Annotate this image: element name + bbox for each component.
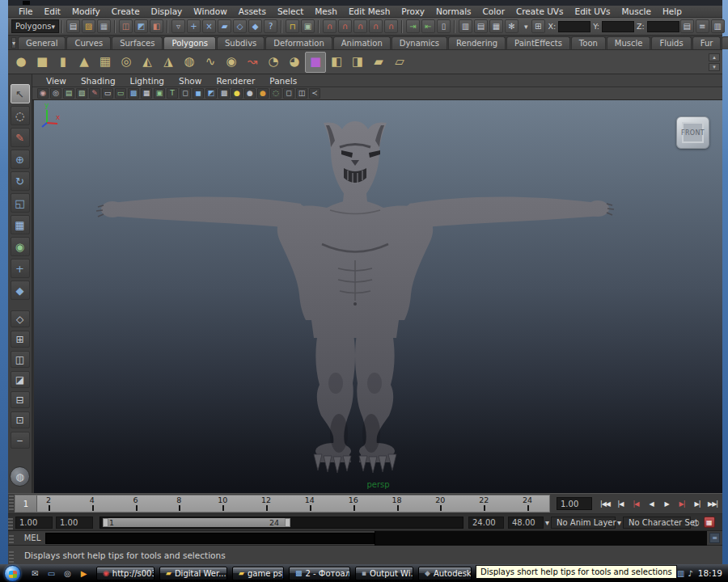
shelf-tab[interactable]: Muscle	[607, 36, 651, 49]
menu-item[interactable]: Edit	[39, 6, 66, 16]
persp-graph-layout-button[interactable]: ⊟	[11, 391, 30, 408]
channel-box-icon[interactable]: ▥	[711, 19, 725, 33]
rotate-tool[interactable]: ↻	[11, 171, 30, 191]
play-backwards-button[interactable]: ◀	[644, 496, 658, 511]
smooth-shade-icon[interactable]: ◼	[193, 88, 204, 99]
snap-to-grid-icon[interactable]: ∩	[323, 19, 336, 33]
lasso-select-tool[interactable]: ◌	[11, 106, 30, 125]
soft-modification-tool[interactable]: ◉	[11, 237, 30, 256]
animation-start-field[interactable]: 1.00	[15, 517, 53, 529]
menu-item[interactable]: Window	[188, 6, 232, 16]
poly-sphere-icon[interactable]: ●	[11, 52, 32, 73]
last-tool-used[interactable]: ◆	[11, 280, 30, 300]
show-manipulator-tool[interactable]: +	[11, 259, 30, 278]
y-input[interactable]	[602, 21, 634, 32]
select-object-icon[interactable]: ◩	[134, 19, 148, 33]
new-scene-icon[interactable]: ▤	[66, 19, 80, 33]
viewport-3d[interactable]: FRONT y x persp	[32, 100, 722, 493]
shelf-tab-menu-button[interactable]: ▾	[11, 37, 16, 48]
xray-icon[interactable]: ◻	[283, 88, 294, 99]
select-faces-mask-icon[interactable]: ▰	[218, 19, 231, 33]
poly-soccer-ball-icon[interactable]: ◉	[221, 52, 242, 73]
range-handle-right[interactable]	[285, 518, 290, 527]
combine-icon[interactable]: ▱	[389, 52, 410, 73]
current-time-field[interactable]: 1.00	[557, 497, 592, 510]
shelf-tab[interactable]: Surfaces	[112, 36, 163, 49]
toolbox-extra-icon[interactable]: ◍	[10, 466, 30, 487]
menu-item[interactable]: Display	[146, 6, 188, 16]
animation-end-field[interactable]: 48.00	[508, 517, 544, 529]
menu-item[interactable]: Create UVs	[510, 6, 569, 16]
menu-item[interactable]: Modify	[66, 6, 106, 16]
command-line-grip[interactable]	[9, 535, 14, 545]
separator[interactable]	[114, 20, 116, 33]
separator[interactable]	[401, 20, 403, 33]
z-input[interactable]	[647, 21, 679, 32]
poly-torus-icon[interactable]: ◎	[116, 52, 137, 73]
field-chart-icon[interactable]: ▦	[141, 88, 152, 99]
render-current-frame-icon[interactable]: ▤	[474, 19, 488, 33]
mask-help-icon[interactable]: ?	[264, 19, 277, 33]
crosshair-icon[interactable]: ⊞	[531, 19, 545, 33]
construction-history-icon[interactable]: ▯	[437, 19, 451, 33]
input-connections-icon[interactable]: ⇥	[406, 19, 420, 33]
select-tool[interactable]: ↖	[11, 84, 30, 103]
mask-dropdown-icon[interactable]: ▿	[171, 19, 185, 33]
shelf-scroll-up-icon[interactable]: ▴	[709, 53, 720, 61]
panel-menu-item[interactable]: Lighting	[123, 76, 171, 86]
interactive-creation-icon[interactable]: ■	[305, 52, 326, 73]
select-camera-icon[interactable]: ◉	[37, 88, 49, 99]
taskbar-clock[interactable]: 18:19	[698, 568, 722, 578]
output-connections-icon[interactable]: ⇤	[421, 19, 435, 33]
wireframe-icon[interactable]: ◻	[180, 88, 191, 99]
animation-preferences-icon[interactable]: ▦	[704, 517, 715, 528]
x-input[interactable]	[558, 21, 590, 32]
plugin-shading-icon[interactable]: ≺	[309, 88, 320, 99]
range-slider-range[interactable]: 1 24	[103, 518, 290, 527]
step-forward-frame-button[interactable]: ▶|	[690, 496, 705, 511]
save-scene-icon[interactable]: ▦	[97, 19, 111, 33]
menu-item[interactable]: Proxy	[396, 6, 430, 16]
taskbar-button-maya[interactable]: ◆ Autodesk ...	[418, 567, 472, 580]
playback-start-field[interactable]: 1.00	[56, 517, 93, 529]
shelf-tab[interactable]: Curves	[66, 36, 111, 49]
shelf-tab[interactable]: General	[18, 36, 66, 49]
slide-edge-icon[interactable]: ◧	[326, 52, 347, 73]
highlight-selection-icon[interactable]: ▣	[301, 19, 315, 33]
snap-to-plane-icon[interactable]: ∩	[369, 19, 383, 33]
lock-icon[interactable]: ⊓	[286, 19, 299, 33]
shelf-scroll-down-icon[interactable]: ▾	[709, 63, 720, 71]
shelf-tab[interactable]: Fur	[692, 36, 722, 49]
start-button[interactable]	[4, 565, 21, 582]
default-light-icon[interactable]: ●	[231, 88, 243, 99]
anim-layer-field[interactable]: No Anim Layer	[551, 517, 616, 529]
poly-cylinder-icon[interactable]: ▮	[53, 52, 74, 73]
select-hulls-mask-icon[interactable]: ◇	[233, 19, 247, 33]
create-curve-icon[interactable]: ↝	[242, 52, 263, 73]
safe-title-icon[interactable]: T	[167, 88, 178, 99]
snap-to-point-icon[interactable]: ∩	[353, 19, 367, 33]
quick-launch-mail-icon[interactable]: ✉	[29, 567, 41, 580]
make-live-icon[interactable]: ∩	[384, 19, 398, 33]
sculpt-geometry-icon[interactable]: ◔	[263, 52, 284, 73]
open-scene-icon[interactable]: ▨	[82, 19, 95, 33]
taskbar-button-folder-digital[interactable]: ▰ Digital Wer...	[159, 567, 227, 580]
ipr-render-icon[interactable]: ▦	[489, 19, 503, 33]
grease-pencil-icon[interactable]: ✎	[89, 88, 100, 99]
persp-outliner-layout-button[interactable]: ◫	[11, 351, 30, 368]
separator[interactable]	[318, 20, 320, 33]
smooth-mesh-icon[interactable]: ◕	[284, 52, 305, 73]
poly-prism-icon[interactable]: ◭	[137, 52, 158, 73]
script-editor-icon[interactable]: ≡	[709, 533, 720, 543]
menu-item[interactable]: Help	[657, 6, 688, 16]
quick-launch-media-player-icon[interactable]: ▶	[78, 567, 90, 580]
poly-pyramid-icon[interactable]: ◮	[158, 52, 179, 73]
playback-end-field[interactable]: 24.00	[468, 517, 504, 529]
shelf-tab[interactable]: PaintEffects	[506, 36, 570, 49]
step-forward-key-button[interactable]: ▶|	[675, 496, 689, 511]
command-line-language-label[interactable]: MEL	[19, 534, 45, 542]
menu-item[interactable]: Color	[477, 6, 510, 16]
time-slider-track[interactable]: 2 4 6 8 10 12 14 16	[15, 495, 550, 512]
poly-pipe-icon[interactable]: ◍	[179, 52, 200, 73]
separator[interactable]	[167, 20, 168, 33]
